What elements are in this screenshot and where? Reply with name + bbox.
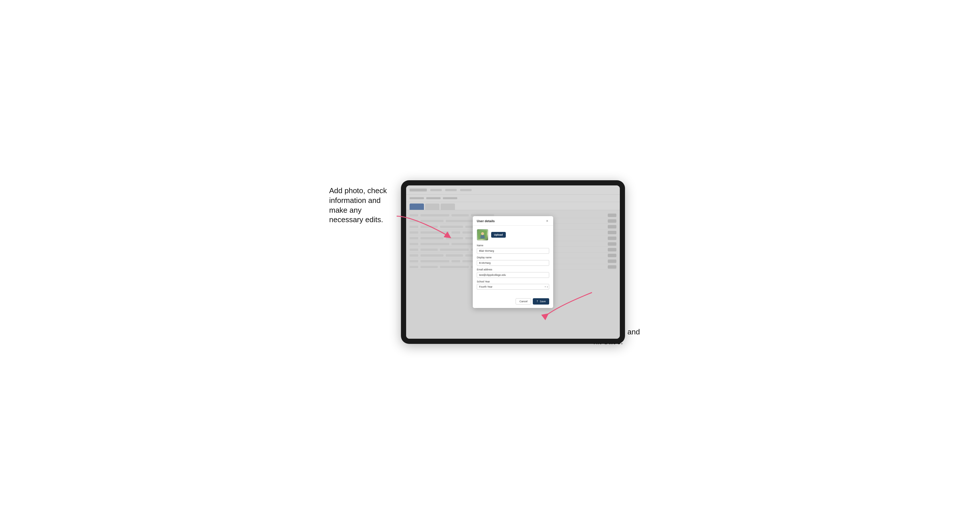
email-label: Email address	[477, 268, 549, 271]
scene: Add photo, check information and make an…	[332, 163, 648, 364]
right-arrow	[543, 290, 595, 319]
left-annotation-text: Add photo, check information and make an…	[329, 186, 387, 224]
display-name-input[interactable]	[477, 260, 549, 266]
close-icon[interactable]: ×	[545, 219, 549, 223]
photo-section: Upload	[477, 229, 549, 241]
user-photo-thumbnail	[477, 229, 488, 241]
svg-rect-2	[480, 235, 485, 238]
name-label: Name	[477, 244, 549, 247]
name-input[interactable]	[477, 248, 549, 254]
select-icons: × ▾	[544, 286, 548, 288]
modal-footer: Cancel ⤒ Save	[473, 296, 553, 308]
modal-title: User details	[477, 219, 495, 223]
school-year-input[interactable]	[477, 284, 549, 290]
modal-header: User details ×	[473, 216, 553, 225]
name-field-group: Name	[477, 244, 549, 254]
school-year-select-wrapper: × ▾	[477, 284, 549, 290]
svg-point-1	[481, 232, 484, 235]
left-annotation: Add photo, check information and make an…	[329, 186, 395, 225]
upload-button[interactable]: Upload	[491, 232, 506, 238]
chevron-down-icon[interactable]: ▾	[547, 286, 548, 288]
email-input[interactable]	[477, 272, 549, 278]
school-year-label: School Year	[477, 280, 549, 283]
save-icon: ⤒	[536, 300, 539, 303]
clear-icon[interactable]: ×	[544, 286, 546, 288]
school-year-field-group: School Year × ▾	[477, 280, 549, 290]
display-name-label: Display name	[477, 256, 549, 259]
left-arrow	[394, 213, 451, 240]
user-details-modal: User details ×	[473, 216, 553, 308]
email-field-group: Email address	[477, 268, 549, 278]
display-name-field-group: Display name	[477, 256, 549, 266]
cancel-button[interactable]: Cancel	[515, 298, 531, 305]
modal-body: Upload Name Display name	[473, 225, 553, 296]
